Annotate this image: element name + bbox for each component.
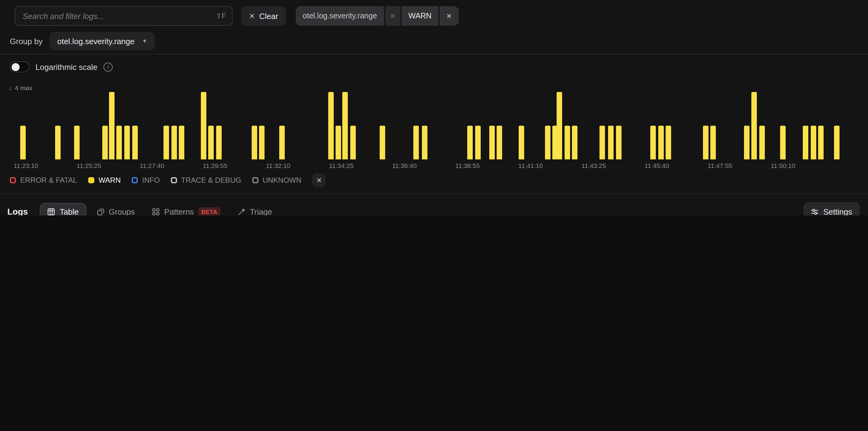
table-icon: [48, 207, 55, 216]
tab-triage[interactable]: Triage: [231, 203, 279, 216]
triage-icon: [238, 207, 246, 216]
x-axis-tick-label: 11:34:25: [329, 162, 353, 169]
search-shortcut-hint: ⇧F: [216, 12, 226, 20]
log-scale-label: Logarithmic scale: [35, 62, 97, 71]
chart-bar: [780, 126, 786, 160]
legend-clear-selection-button[interactable]: ✕: [312, 173, 326, 187]
chart-bar: [752, 92, 757, 160]
divider: [0, 54, 868, 55]
chart-bar: [209, 126, 214, 160]
chart-bar: [703, 126, 708, 160]
log-scale-toggle[interactable]: [10, 61, 29, 73]
logs-app: ⇧F ✕ Clear otel.log.severity.range = WAR…: [0, 0, 868, 216]
chart-bar: [665, 126, 671, 160]
chart-bar: [834, 126, 840, 160]
clear-button-label: Clear: [259, 11, 278, 21]
group-by-dropdown[interactable]: otel.log.severity.range ▼: [50, 32, 155, 50]
tab-label: Table: [60, 207, 79, 216]
filter-chip-remove-button[interactable]: ✕: [439, 6, 458, 26]
x-axis-tick-label: 11:29:55: [203, 162, 227, 169]
chart-bar: [179, 126, 184, 160]
group-by-selected-value: otel.log.severity.range: [57, 36, 134, 46]
patterns-icon: [152, 207, 160, 216]
legend-swatch: [252, 177, 258, 183]
chart-bar: [132, 126, 138, 160]
chart-bars: [11, 92, 855, 160]
search-box[interactable]: ⇧F: [15, 6, 233, 26]
chart-bar: [350, 126, 356, 160]
chart-bar: [171, 126, 177, 160]
sliders-icon: [810, 207, 818, 216]
close-icon: ✕: [446, 12, 452, 19]
chart-bar: [55, 126, 60, 160]
chart-bar: [600, 126, 605, 160]
chart-bar: [216, 126, 221, 160]
chart-bar: [336, 126, 341, 160]
beta-badge: BETA: [198, 207, 220, 216]
chart-bar: [759, 126, 765, 160]
chart-bar: [422, 126, 427, 160]
legend-item-unknown[interactable]: UNKNOWN: [252, 176, 302, 184]
close-icon: ✕: [249, 12, 255, 19]
chart-bar: [279, 126, 285, 160]
legend-item-error-fatal[interactable]: ERROR & FATAL: [10, 176, 77, 184]
group-by-label: Group by: [10, 36, 42, 46]
info-icon[interactable]: i: [103, 62, 113, 71]
tab-list: TableGroupsPatternsBETATriage: [40, 203, 279, 216]
chart-bar: [519, 126, 525, 160]
legend-items: ERROR & FATALWARNINFOTRACE & DEBUGUNKNOW…: [10, 176, 301, 184]
legend-item-warn[interactable]: WARN: [88, 176, 121, 184]
search-input[interactable]: [22, 11, 212, 21]
legend-label: TRACE & DEBUG: [181, 176, 241, 184]
filter-chip: otel.log.severity.range = WARN ✕: [296, 6, 459, 26]
legend-item-trace-debug[interactable]: TRACE & DEBUG: [171, 176, 241, 184]
chart-bar: [102, 126, 108, 160]
chart-bar: [616, 126, 621, 160]
chart-bar: [201, 92, 206, 160]
chart-bar: [650, 126, 656, 160]
chart-bar: [124, 126, 129, 160]
x-axis-tick-label: 11:43:25: [582, 162, 606, 169]
filter-toolbar: ⇧F ✕ Clear otel.log.severity.range = WAR…: [15, 6, 860, 26]
chart-bar: [475, 126, 480, 160]
chart-bar: [380, 126, 385, 160]
x-axis-tick-label: 11:38:55: [455, 162, 480, 169]
filter-chip-operator[interactable]: =: [385, 6, 401, 26]
chart-bar: [608, 126, 614, 160]
x-axis-tick-label: 11:50:10: [771, 162, 795, 169]
chart-bar: [658, 126, 663, 160]
legend-swatch: [132, 177, 138, 183]
chart-bar: [489, 126, 495, 160]
tab-table[interactable]: Table: [40, 203, 86, 216]
chart-bar: [818, 126, 824, 160]
x-axis-tick-label: 11:41:10: [518, 162, 543, 169]
tab-groups[interactable]: Groups: [90, 203, 142, 216]
chart-bar: [251, 126, 257, 160]
chart-bar: [164, 126, 169, 160]
chart-max-label: ↓ 4 max: [8, 84, 32, 91]
legend-label: WARN: [99, 176, 121, 184]
x-axis-tick-label: 11:32:10: [266, 162, 290, 169]
tabs-row: Logs TableGroupsPatternsBETATriage Setti…: [7, 202, 860, 216]
settings-button[interactable]: Settings: [803, 202, 860, 216]
groups-icon: [96, 207, 104, 216]
x-axis-tick-label: 11:47:55: [708, 162, 732, 169]
tab-patterns[interactable]: PatternsBETA: [145, 203, 227, 216]
legend-item-info[interactable]: INFO: [132, 176, 159, 184]
chart-bar: [710, 126, 716, 160]
tab-label: Triage: [250, 207, 272, 216]
filter-chip-value[interactable]: WARN: [402, 6, 438, 26]
clear-filters-button[interactable]: ✕ Clear: [241, 6, 286, 26]
chart-bar: [811, 126, 816, 160]
settings-button-label: Settings: [823, 207, 852, 216]
chart-bar: [109, 92, 115, 160]
filter-chip-key[interactable]: otel.log.severity.range: [296, 6, 384, 26]
legend-swatch: [88, 177, 94, 183]
x-axis-tick-label: 11:23:10: [13, 162, 38, 169]
toggle-knob: [12, 63, 20, 71]
arrow-down-icon: ↓: [8, 84, 12, 91]
chart-bar: [467, 126, 473, 160]
group-by-toolbar: Group by otel.log.severity.range ▼: [10, 32, 155, 50]
close-icon: ✕: [316, 177, 322, 183]
x-axis-tick-label: 11:27:40: [140, 162, 164, 169]
